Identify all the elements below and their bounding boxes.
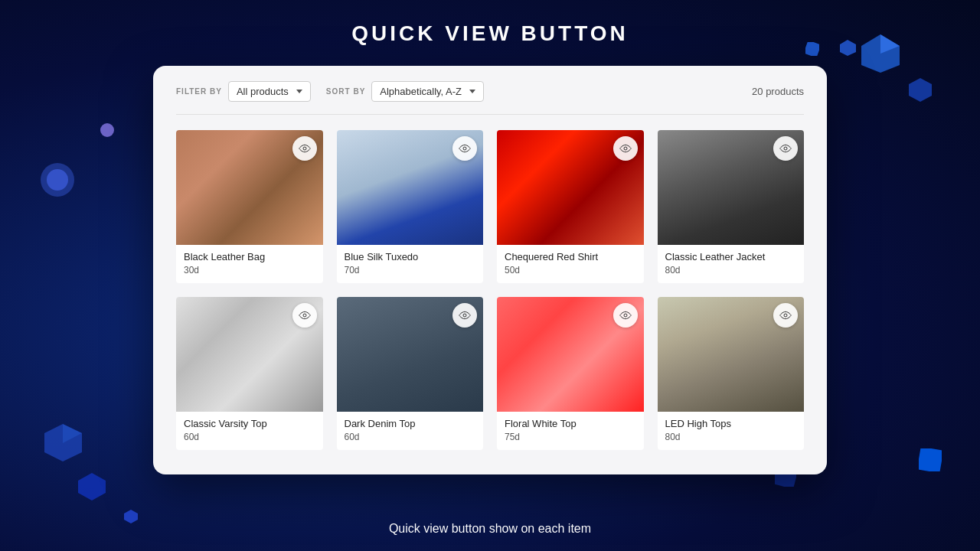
- gem-decoration: [907, 77, 934, 106]
- eye-icon: [459, 311, 471, 319]
- product-info: Classic Varsity Top 60d: [176, 412, 323, 450]
- product-card: Black Leather Bag 30d: [176, 130, 323, 283]
- product-info: Chequered Red Shirt 50d: [497, 245, 644, 283]
- quick-view-button[interactable]: [452, 136, 477, 161]
- quick-view-button[interactable]: [613, 136, 638, 161]
- quick-view-button[interactable]: [292, 303, 317, 328]
- product-image-wrap: [337, 130, 484, 245]
- product-image-wrap: [658, 130, 805, 245]
- filter-bar: FILTER BY All products SORT BY Alphabeti…: [176, 66, 804, 115]
- product-card: Floral White Top 75d: [497, 297, 644, 450]
- product-price: 60d: [184, 432, 315, 442]
- sort-dropdown[interactable]: Alphabetically, A-Z: [371, 81, 484, 102]
- product-info: Black Leather Bag 30d: [176, 245, 323, 283]
- product-price: 50d: [505, 265, 636, 276]
- product-price: 80d: [665, 265, 797, 276]
- product-card: Chequered Red Shirt 50d: [497, 130, 644, 283]
- product-name: Dark Denim Top: [345, 418, 476, 429]
- products-count: 20 products: [752, 86, 804, 97]
- product-image-wrap: [497, 130, 644, 245]
- quick-view-button[interactable]: [292, 136, 317, 161]
- product-card: Dark Denim Top 60d: [337, 297, 484, 450]
- product-name: LED High Tops: [665, 418, 797, 429]
- svg-rect-13: [919, 448, 942, 471]
- product-info: Classic Leather Jacket 80d: [658, 245, 805, 283]
- svg-point-10: [100, 123, 114, 137]
- quick-view-button[interactable]: [773, 303, 798, 328]
- page-title: QUICK VIEW BUTTON: [0, 21, 980, 46]
- product-name: Black Leather Bag: [184, 251, 315, 262]
- product-price: 60d: [345, 432, 476, 442]
- product-name: Classic Leather Jacket: [665, 251, 797, 262]
- eye-icon: [299, 145, 311, 152]
- product-info: Dark Denim Top 60d: [337, 412, 484, 450]
- filter-value: All products: [237, 86, 289, 97]
- svg-marker-6: [63, 424, 82, 443]
- svg-point-18: [303, 314, 306, 317]
- product-card: Classic Leather Jacket 80d: [658, 130, 805, 283]
- product-info: LED High Tops 80d: [658, 412, 805, 450]
- svg-point-14: [303, 147, 306, 150]
- gem-decoration: [100, 122, 115, 141]
- product-name: Classic Varsity Top: [184, 418, 315, 429]
- product-grid: Black Leather Bag 30d Blue Silk Tuxedo 7…: [176, 130, 804, 450]
- svg-point-17: [784, 147, 787, 150]
- quick-view-button[interactable]: [773, 136, 798, 161]
- product-name: Floral White Top: [505, 418, 636, 429]
- gem-decoration: [42, 422, 84, 467]
- svg-marker-5: [44, 424, 82, 461]
- svg-point-11: [41, 163, 74, 197]
- eye-icon: [299, 311, 311, 319]
- eye-icon: [779, 311, 792, 319]
- svg-point-16: [624, 147, 627, 150]
- sort-chevron-icon: [469, 90, 475, 93]
- bottom-caption: Quick view button show on each item: [0, 522, 980, 536]
- product-price: 30d: [184, 265, 315, 276]
- product-image-wrap: [658, 297, 805, 412]
- product-price: 75d: [505, 432, 636, 442]
- filter-by-label: FILTER BY: [176, 87, 222, 96]
- eye-icon: [779, 145, 792, 152]
- product-price: 80d: [665, 432, 797, 442]
- product-image-wrap: [337, 297, 484, 412]
- filter-chevron-icon: [296, 90, 302, 93]
- product-card: LED High Tops 80d: [658, 297, 805, 450]
- svg-marker-3: [909, 78, 932, 102]
- sort-value: Alphabetically, A-Z: [380, 86, 462, 97]
- svg-point-19: [463, 314, 466, 317]
- product-card: Blue Silk Tuxedo 70d: [337, 130, 484, 283]
- svg-point-15: [463, 147, 466, 150]
- quick-view-button[interactable]: [452, 303, 477, 328]
- eye-icon: [619, 311, 632, 319]
- eye-icon: [619, 145, 632, 152]
- svg-point-20: [624, 314, 627, 317]
- svg-point-12: [47, 169, 68, 191]
- product-info: Floral White Top 75d: [497, 412, 644, 450]
- filter-dropdown[interactable]: All products: [228, 81, 311, 102]
- product-card: Classic Varsity Top 60d: [176, 297, 323, 450]
- product-price: 70d: [345, 265, 476, 276]
- eye-icon: [459, 145, 471, 152]
- product-image-wrap: [497, 297, 644, 412]
- product-name: Blue Silk Tuxedo: [345, 251, 476, 262]
- quick-view-button[interactable]: [613, 303, 638, 328]
- product-image-wrap: [176, 297, 323, 412]
- product-image-wrap: [176, 130, 323, 245]
- gem-decoration: [77, 471, 107, 505]
- gem-decoration: [38, 161, 77, 202]
- svg-marker-7: [78, 473, 106, 500]
- product-catalog-card: FILTER BY All products SORT BY Alphabeti…: [153, 66, 827, 474]
- gem-decoration: [919, 448, 942, 474]
- product-info: Blue Silk Tuxedo 70d: [337, 245, 484, 283]
- product-name: Chequered Red Shirt: [505, 251, 636, 262]
- svg-point-21: [784, 314, 787, 317]
- sort-by-label: SORT BY: [326, 87, 365, 96]
